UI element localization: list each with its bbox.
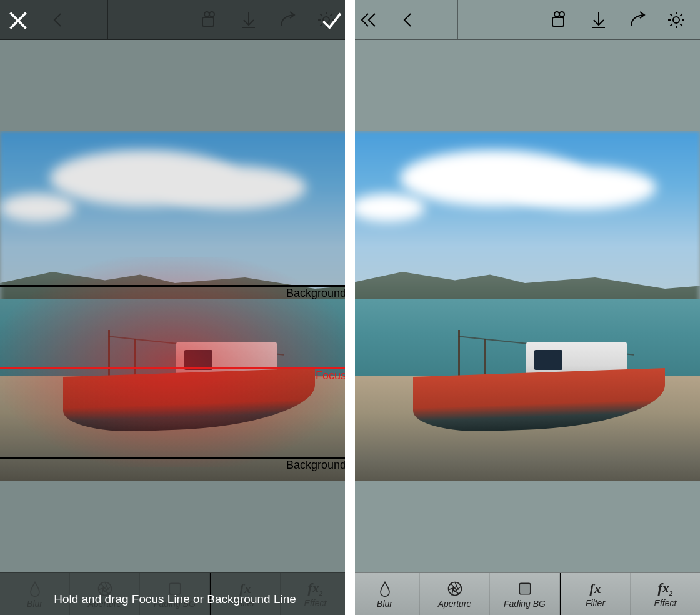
- share-button[interactable]: [274, 6, 301, 34]
- fx-icon: fx: [589, 581, 601, 597]
- fx2-icon: fx2: [658, 580, 673, 597]
- right-toolbar: Blur Aperture Fading BG fxFilter fx2Effe…: [350, 572, 700, 615]
- tool-label: Blur: [377, 599, 392, 609]
- tool-aperture[interactable]: Aperture: [420, 573, 490, 615]
- boat: [413, 320, 665, 439]
- tool-effect[interactable]: fx2Effect: [631, 573, 700, 615]
- background-line-label: Background: [286, 459, 346, 472]
- right-pane: Blur Aperture Fading BG fxFilter fx2Effe…: [350, 0, 700, 615]
- close-button[interactable]: [4, 6, 32, 35]
- download-button[interactable]: [585, 6, 612, 34]
- tool-blur[interactable]: Blur: [350, 573, 420, 615]
- tool-label: Aperture: [438, 599, 472, 609]
- photo-canvas[interactable]: [350, 131, 700, 481]
- camcorder-button[interactable]: [546, 6, 574, 34]
- background-line-bottom[interactable]: Background: [0, 457, 350, 472]
- camcorder-button[interactable]: [196, 6, 224, 34]
- photo-canvas[interactable]: Background Focus Background: [0, 131, 350, 481]
- background-line-label: Background: [286, 287, 346, 300]
- edit-hint: Hold and drag Focus Line or Background L…: [0, 592, 350, 606]
- download-button[interactable]: [235, 6, 262, 34]
- back-button[interactable]: [394, 6, 421, 34]
- tool-fading-bg[interactable]: Fading BG: [490, 573, 560, 615]
- tool-filter[interactable]: fxFilter: [560, 573, 631, 615]
- settings-button[interactable]: [662, 6, 690, 34]
- left-topbar: [0, 0, 350, 40]
- share-button[interactable]: [624, 6, 651, 34]
- home-button[interactable]: [355, 6, 382, 34]
- confirm-button[interactable]: [318, 6, 346, 35]
- background-line-top[interactable]: Background: [0, 285, 350, 300]
- focus-line-label: Focus: [316, 369, 346, 382]
- right-topbar: [350, 0, 700, 40]
- tool-label: Effect: [654, 598, 677, 608]
- tool-label: Filter: [586, 598, 605, 608]
- left-pane: Background Focus Background Blur Apertur…: [0, 0, 350, 615]
- tool-label: Fading BG: [504, 599, 546, 609]
- focus-line[interactable]: Focus: [0, 368, 350, 382]
- back-button[interactable]: [44, 6, 71, 34]
